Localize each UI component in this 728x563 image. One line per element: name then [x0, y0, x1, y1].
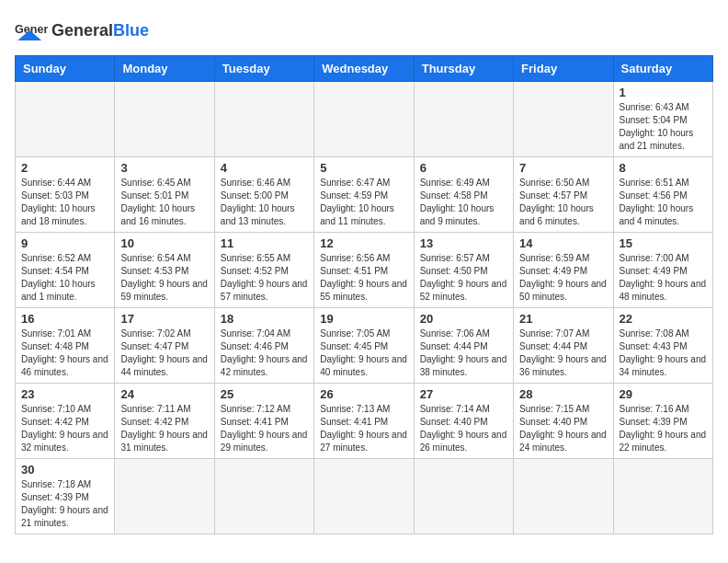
calendar-cell — [214, 459, 313, 534]
calendar-cell: 11Sunrise: 6:55 AM Sunset: 4:52 PM Dayli… — [214, 233, 313, 308]
weekday-header-monday: Monday — [115, 56, 214, 82]
logo-icon: General — [15, 15, 48, 48]
day-info: Sunrise: 6:56 AM Sunset: 4:51 PM Dayligh… — [320, 252, 407, 304]
calendar-cell: 29Sunrise: 7:16 AM Sunset: 4:39 PM Dayli… — [613, 384, 712, 459]
calendar-cell: 19Sunrise: 7:05 AM Sunset: 4:45 PM Dayli… — [314, 308, 414, 384]
day-number: 16 — [21, 312, 108, 326]
weekday-header-thursday: Thursday — [414, 56, 513, 82]
calendar-week-row: 2Sunrise: 6:44 AM Sunset: 5:03 PM Daylig… — [16, 157, 713, 233]
day-number: 23 — [21, 387, 108, 401]
calendar-cell: 22Sunrise: 7:08 AM Sunset: 4:43 PM Dayli… — [613, 308, 712, 384]
calendar-cell: 14Sunrise: 6:59 AM Sunset: 4:49 PM Dayli… — [514, 233, 613, 308]
calendar-cell: 20Sunrise: 7:06 AM Sunset: 4:44 PM Dayli… — [414, 308, 513, 384]
day-number: 20 — [420, 312, 507, 326]
calendar-cell — [214, 82, 313, 157]
calendar-cell: 28Sunrise: 7:15 AM Sunset: 4:40 PM Dayli… — [514, 384, 613, 459]
day-number: 18 — [221, 312, 308, 326]
calendar-cell: 9Sunrise: 6:52 AM Sunset: 4:54 PM Daylig… — [16, 233, 115, 308]
calendar-cell — [115, 82, 214, 157]
day-info: Sunrise: 6:57 AM Sunset: 4:50 PM Dayligh… — [420, 252, 507, 304]
calendar-cell: 7Sunrise: 6:50 AM Sunset: 4:57 PM Daylig… — [514, 157, 613, 233]
calendar-cell: 16Sunrise: 7:01 AM Sunset: 4:48 PM Dayli… — [16, 308, 115, 384]
day-info: Sunrise: 7:11 AM Sunset: 4:42 PM Dayligh… — [120, 403, 208, 454]
day-number: 12 — [320, 236, 407, 250]
calendar-header-row: SundayMondayTuesdayWednesdayThursdayFrid… — [16, 56, 713, 82]
day-info: Sunrise: 7:16 AM Sunset: 4:39 PM Dayligh… — [620, 403, 707, 454]
weekday-header-friday: Friday — [514, 56, 613, 82]
calendar-cell: 30Sunrise: 7:18 AM Sunset: 4:39 PM Dayli… — [16, 459, 115, 534]
weekday-header-tuesday: Tuesday — [214, 56, 313, 82]
day-info: Sunrise: 7:01 AM Sunset: 4:48 PM Dayligh… — [21, 327, 108, 379]
day-info: Sunrise: 7:04 AM Sunset: 4:46 PM Dayligh… — [221, 327, 308, 379]
day-number: 4 — [221, 161, 308, 175]
weekday-header-wednesday: Wednesday — [314, 56, 414, 82]
calendar-cell: 17Sunrise: 7:02 AM Sunset: 4:47 PM Dayli… — [115, 308, 214, 384]
day-number: 3 — [120, 161, 208, 175]
day-number: 9 — [21, 236, 108, 250]
calendar-cell — [613, 459, 712, 534]
day-info: Sunrise: 6:45 AM Sunset: 5:01 PM Dayligh… — [120, 177, 208, 228]
calendar-cell: 6Sunrise: 6:49 AM Sunset: 4:58 PM Daylig… — [414, 157, 513, 233]
calendar-cell: 23Sunrise: 7:10 AM Sunset: 4:42 PM Dayli… — [16, 384, 115, 459]
day-info: Sunrise: 6:54 AM Sunset: 4:53 PM Dayligh… — [120, 252, 208, 304]
day-number: 22 — [620, 312, 707, 326]
day-number: 14 — [519, 236, 607, 250]
day-info: Sunrise: 6:50 AM Sunset: 4:57 PM Dayligh… — [519, 177, 607, 228]
day-number: 24 — [120, 387, 208, 401]
calendar-cell — [414, 82, 513, 157]
day-info: Sunrise: 7:14 AM Sunset: 4:40 PM Dayligh… — [420, 403, 507, 454]
day-info: Sunrise: 7:00 AM Sunset: 4:49 PM Dayligh… — [620, 252, 707, 304]
day-number: 2 — [21, 161, 108, 175]
calendar-cell — [514, 459, 613, 534]
day-info: Sunrise: 7:18 AM Sunset: 4:39 PM Dayligh… — [21, 478, 108, 530]
calendar-cell — [314, 82, 414, 157]
calendar-cell: 26Sunrise: 7:13 AM Sunset: 4:41 PM Dayli… — [314, 384, 414, 459]
calendar-week-row: 16Sunrise: 7:01 AM Sunset: 4:48 PM Dayli… — [16, 308, 713, 384]
day-number: 21 — [519, 312, 607, 326]
day-info: Sunrise: 7:15 AM Sunset: 4:40 PM Dayligh… — [519, 403, 607, 454]
calendar-cell — [16, 82, 115, 157]
calendar-cell: 2Sunrise: 6:44 AM Sunset: 5:03 PM Daylig… — [16, 157, 115, 233]
calendar-cell: 27Sunrise: 7:14 AM Sunset: 4:40 PM Dayli… — [414, 384, 513, 459]
day-number: 28 — [519, 387, 607, 401]
calendar-cell — [115, 459, 214, 534]
day-info: Sunrise: 6:44 AM Sunset: 5:03 PM Dayligh… — [21, 177, 108, 228]
day-info: Sunrise: 6:46 AM Sunset: 5:00 PM Dayligh… — [221, 177, 308, 228]
calendar-cell: 18Sunrise: 7:04 AM Sunset: 4:46 PM Dayli… — [214, 308, 313, 384]
day-info: Sunrise: 7:13 AM Sunset: 4:41 PM Dayligh… — [320, 403, 407, 454]
day-number: 29 — [620, 387, 707, 401]
calendar-week-row: 23Sunrise: 7:10 AM Sunset: 4:42 PM Dayli… — [16, 384, 713, 459]
calendar-cell — [314, 459, 414, 534]
calendar-cell: 24Sunrise: 7:11 AM Sunset: 4:42 PM Dayli… — [115, 384, 214, 459]
calendar-week-row: 9Sunrise: 6:52 AM Sunset: 4:54 PM Daylig… — [16, 233, 713, 308]
weekday-header-saturday: Saturday — [613, 56, 712, 82]
calendar-table: SundayMondayTuesdayWednesdayThursdayFrid… — [15, 55, 713, 534]
day-info: Sunrise: 7:12 AM Sunset: 4:41 PM Dayligh… — [221, 403, 308, 454]
day-info: Sunrise: 6:43 AM Sunset: 5:04 PM Dayligh… — [620, 101, 707, 153]
calendar-cell: 5Sunrise: 6:47 AM Sunset: 4:59 PM Daylig… — [314, 157, 414, 233]
calendar-cell: 13Sunrise: 6:57 AM Sunset: 4:50 PM Dayli… — [414, 233, 513, 308]
day-number: 10 — [120, 236, 208, 250]
day-number: 1 — [620, 86, 707, 99]
calendar-cell: 1Sunrise: 6:43 AM Sunset: 5:04 PM Daylig… — [613, 82, 712, 157]
calendar-cell: 4Sunrise: 6:46 AM Sunset: 5:00 PM Daylig… — [214, 157, 313, 233]
day-info: Sunrise: 7:08 AM Sunset: 4:43 PM Dayligh… — [620, 327, 707, 379]
day-number: 15 — [620, 236, 707, 250]
calendar-cell: 10Sunrise: 6:54 AM Sunset: 4:53 PM Dayli… — [115, 233, 214, 308]
day-info: Sunrise: 7:10 AM Sunset: 4:42 PM Dayligh… — [21, 403, 108, 454]
day-number: 27 — [420, 387, 507, 401]
day-info: Sunrise: 6:52 AM Sunset: 4:54 PM Dayligh… — [21, 252, 108, 304]
day-number: 19 — [320, 312, 407, 326]
day-number: 6 — [420, 161, 507, 175]
day-info: Sunrise: 7:02 AM Sunset: 4:47 PM Dayligh… — [120, 327, 208, 379]
calendar-cell — [514, 82, 613, 157]
day-number: 5 — [320, 161, 407, 175]
calendar-cell — [414, 459, 513, 534]
calendar-cell: 25Sunrise: 7:12 AM Sunset: 4:41 PM Dayli… — [214, 384, 313, 459]
day-number: 13 — [420, 236, 507, 250]
calendar-cell: 21Sunrise: 7:07 AM Sunset: 4:44 PM Dayli… — [514, 308, 613, 384]
day-number: 30 — [21, 463, 108, 477]
day-number: 26 — [320, 387, 407, 401]
day-info: Sunrise: 7:06 AM Sunset: 4:44 PM Dayligh… — [420, 327, 507, 379]
calendar-cell: 8Sunrise: 6:51 AM Sunset: 4:56 PM Daylig… — [613, 157, 712, 233]
